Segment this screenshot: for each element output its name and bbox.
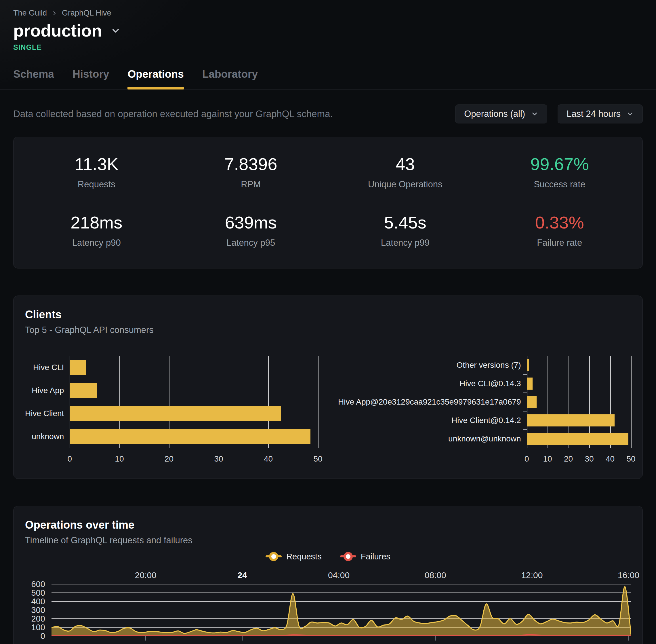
- timeline-legend: Requests Failures: [25, 551, 631, 562]
- failures-series-marker-icon: [340, 551, 356, 562]
- stat-success-rate: 99.67% Success rate: [483, 154, 637, 190]
- bar[interactable]: [527, 433, 628, 445]
- x-axis-tick: [145, 636, 146, 641]
- axis-tick: [523, 411, 527, 412]
- bar-plot-area: [527, 356, 631, 448]
- bar-category-label: Hive CLI@0.14.3: [338, 374, 527, 393]
- stat-requests: 11.3K Requests: [19, 154, 174, 190]
- clients-by-version-chart: Other versions (7)Hive CLI@0.14.3Hive Ap…: [338, 356, 631, 465]
- legend-item-requests[interactable]: Requests: [265, 551, 322, 562]
- breadcrumb-project[interactable]: GraphQL Hive: [62, 9, 111, 18]
- target-selector-chevron-down-icon[interactable]: [111, 26, 121, 36]
- bar[interactable]: [70, 383, 97, 398]
- x-axis-tick-label: 30: [214, 454, 223, 464]
- axis-tick: [523, 356, 527, 356]
- tab-history[interactable]: History: [72, 68, 109, 89]
- x-axis-tick-label: 08:00: [425, 643, 446, 644]
- axis-tick: [523, 448, 527, 448]
- chevron-down-icon: [626, 110, 634, 118]
- bar-row: [527, 411, 631, 430]
- operations-over-time-card: Operations over time Timeline of GraphQL…: [13, 506, 643, 644]
- x-axis-tick-label: 40: [606, 454, 614, 464]
- y-axis-tick-label: 300: [31, 605, 45, 615]
- chevron-down-icon: [531, 110, 538, 118]
- bar-category-label: unknown@unknown: [338, 430, 527, 448]
- bar-plot-area-wrap: 01020304050: [70, 356, 318, 465]
- bar-row: [70, 356, 318, 379]
- requests-area[interactable]: [51, 587, 631, 636]
- y-axis-tick-label: 600: [31, 579, 45, 589]
- bar-category-label: Hive App: [25, 379, 70, 402]
- bar[interactable]: [527, 414, 615, 427]
- bar-category-label: Hive Client: [25, 402, 70, 425]
- axis-tick: [66, 356, 70, 356]
- stat-latency-p99: 5.45s Latency p99: [328, 213, 483, 248]
- bar-row: [527, 430, 631, 448]
- bar-category-label: Other versions (7): [338, 356, 527, 374]
- x-axis-tick-label: 20:00: [135, 570, 157, 580]
- period-filter-value: Last 24 hours: [566, 109, 620, 119]
- stat-label: Failure rate: [483, 238, 637, 248]
- clients-by-name-chart: Hive CLIHive AppHive Clientunknown010203…: [25, 356, 318, 465]
- x-axis-tick-label: 50: [313, 454, 322, 464]
- bar[interactable]: [70, 406, 281, 421]
- bar-row: [527, 356, 631, 374]
- tab-laboratory[interactable]: Laboratory: [202, 68, 258, 89]
- stat-rpm: 7.8396 RPM: [174, 154, 328, 190]
- bar[interactable]: [527, 359, 530, 371]
- bar-category-label: unknown: [25, 425, 70, 448]
- stat-value: 639ms: [174, 213, 328, 232]
- stat-label: Latency p90: [19, 238, 174, 248]
- x-axis-tick-label: 24: [237, 570, 247, 580]
- timeline-grid: 600500400300200100020:002404:0008:0012:0…: [25, 569, 631, 644]
- x-axis-tick-label: 12:00: [521, 570, 543, 580]
- bar-plot-area: [70, 356, 318, 448]
- x-axis-tick-label: 20: [165, 454, 173, 464]
- clients-subtitle: Top 5 - GraphQL API consumers: [25, 325, 631, 335]
- operations-filter-dropdown[interactable]: Operations (all): [455, 105, 547, 123]
- period-filter-dropdown[interactable]: Last 24 hours: [558, 105, 643, 123]
- gridline: [318, 356, 319, 448]
- x-axis-tick-label: 30: [585, 454, 593, 464]
- x-axis-tick-label: 04:00: [328, 643, 350, 644]
- bar[interactable]: [70, 360, 86, 375]
- bar-category-label: Hive Client@0.14.2: [338, 411, 527, 430]
- stat-label: Requests: [19, 179, 174, 190]
- legend-item-failures[interactable]: Failures: [340, 551, 391, 562]
- bar-x-axis: 01020304050: [527, 448, 631, 465]
- stat-value: 5.45s: [328, 213, 483, 232]
- tab-operations[interactable]: Operations: [127, 68, 184, 89]
- stat-latency-p95: 639ms Latency p95: [174, 213, 328, 248]
- bar-row: [70, 379, 318, 402]
- x-axis-tick-label: 16:00: [618, 643, 639, 644]
- stat-value: 11.3K: [19, 154, 174, 174]
- axis-tick: [66, 402, 70, 402]
- timeline-plot-wrap: 20:002404:0008:0012:0016:0020:002404:000…: [51, 569, 631, 644]
- timeline-plot: [51, 584, 631, 636]
- bar-row: [70, 425, 318, 448]
- x-axis-tick-label: 50: [626, 454, 635, 464]
- y-axis-tick-label: 0: [41, 631, 45, 641]
- bar[interactable]: [527, 377, 533, 390]
- chevron-right-icon: [51, 10, 57, 16]
- bar-plot-area-wrap: 01020304050: [527, 356, 631, 465]
- timeline-chart: 600500400300200100020:002404:0008:0012:0…: [25, 569, 631, 644]
- bar[interactable]: [70, 429, 310, 444]
- bar[interactable]: [527, 396, 537, 408]
- bar-category-labels: Other versions (7)Hive CLI@0.14.3Hive Ap…: [338, 356, 527, 448]
- x-axis-tick: [435, 636, 436, 641]
- stat-unique-operations: 43 Unique Operations: [328, 154, 483, 190]
- tab-schema[interactable]: Schema: [13, 68, 54, 89]
- x-axis-tick-label: 20: [564, 454, 573, 464]
- operations-over-time-subtitle: Timeline of GraphQL requests and failure…: [25, 535, 631, 546]
- y-axis-labels: 6005004003002001000: [25, 584, 51, 636]
- breadcrumb-org[interactable]: The Guild: [13, 9, 47, 18]
- axis-tick: [523, 392, 527, 393]
- y-axis-tick-label: 100: [31, 623, 45, 632]
- stat-value: 99.67%: [483, 154, 637, 174]
- bar-rows: [527, 356, 631, 448]
- operations-content: Data collected based on operation execut…: [0, 105, 656, 644]
- x-axis-tick: [628, 636, 629, 641]
- operations-filter-value: Operations (all): [464, 109, 525, 119]
- failures-line[interactable]: [51, 635, 631, 636]
